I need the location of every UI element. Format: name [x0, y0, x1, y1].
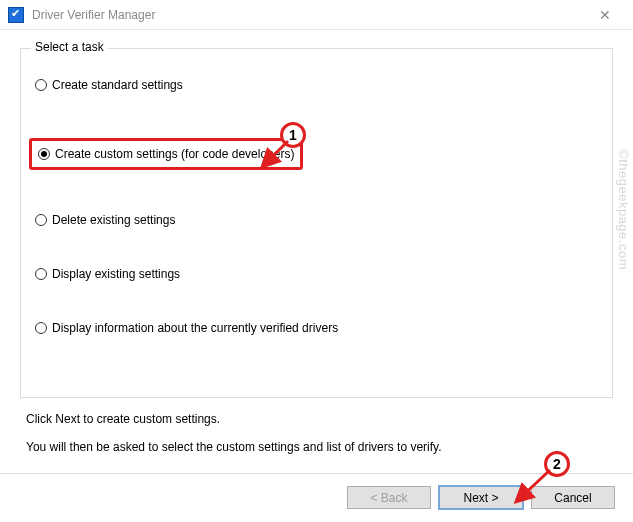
- watermark: ©thegeekpage.com: [616, 149, 631, 270]
- back-button: < Back: [347, 486, 431, 509]
- radio-delete-existing[interactable]: Delete existing settings: [35, 213, 598, 227]
- radio-label: Create standard settings: [52, 78, 183, 92]
- annotation-arrow-1: [258, 137, 292, 171]
- radio-icon: [35, 214, 47, 226]
- button-bar: < Back Next > Cancel: [347, 486, 615, 509]
- radio-icon: [35, 322, 47, 334]
- radio-icon: [35, 79, 47, 91]
- info-line-2: You will then be asked to select the cus…: [26, 440, 607, 454]
- svg-line-3: [518, 470, 550, 500]
- radio-icon: [35, 268, 47, 280]
- app-icon: [8, 7, 24, 23]
- annotation-arrow-2: [512, 466, 554, 506]
- svg-line-1: [264, 141, 288, 165]
- radio-label: Display information about the currently …: [52, 321, 338, 335]
- radio-display-existing[interactable]: Display existing settings: [35, 267, 598, 281]
- content-area: Select a task Create standard settings C…: [0, 30, 633, 518]
- radio-display-info[interactable]: Display information about the currently …: [35, 321, 598, 335]
- task-groupbox: Select a task Create standard settings C…: [20, 48, 613, 398]
- radio-label: Delete existing settings: [52, 213, 175, 227]
- group-legend: Select a task: [31, 40, 108, 54]
- radio-icon: [38, 148, 50, 160]
- info-line-1: Click Next to create custom settings.: [26, 412, 607, 426]
- radio-create-standard[interactable]: Create standard settings: [35, 78, 598, 92]
- close-icon[interactable]: ✕: [585, 7, 625, 23]
- title-bar: Driver Verifier Manager ✕: [0, 0, 633, 30]
- radio-label: Display existing settings: [52, 267, 180, 281]
- next-button[interactable]: Next >: [439, 486, 523, 509]
- window-title: Driver Verifier Manager: [32, 8, 155, 22]
